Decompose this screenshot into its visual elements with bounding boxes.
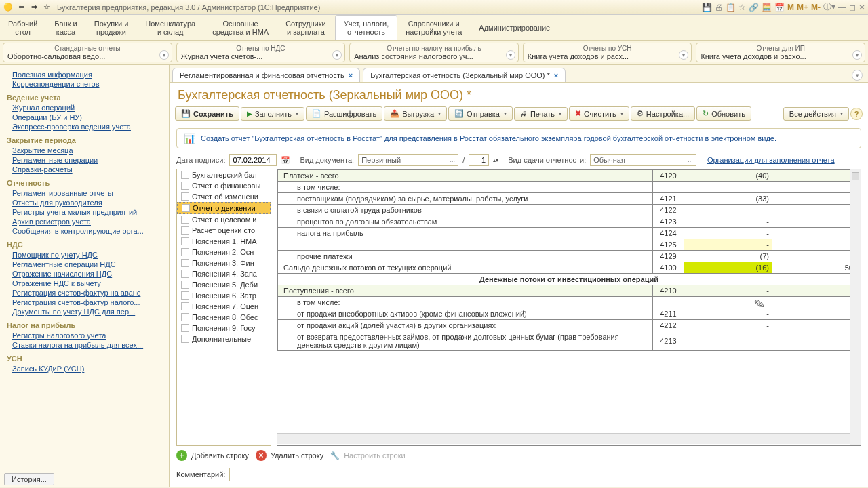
mminus-btn[interactable]: M-	[811, 3, 821, 12]
menu-nomenclature[interactable]: Номенклатура и склад	[137, 15, 204, 40]
sidebar-link[interactable]: Запись КУДиР (УСН)	[12, 365, 169, 373]
fwd-icon[interactable]: ➡	[28, 2, 39, 13]
table-row[interactable]: от продажи акций (долей участия) в други…	[278, 320, 861, 331]
table-row[interactable]: Платежи - всего4120(40)-	[278, 170, 861, 182]
tab-reglament[interactable]: Регламентированная и финансовая отчетнос…	[172, 68, 360, 82]
clear-button[interactable]: ✖ Очистить▾	[569, 106, 629, 121]
table-row[interactable]: налога на прибыль4124--	[278, 228, 861, 239]
chevron-down-icon[interactable]: ▾	[506, 50, 515, 60]
tree-item[interactable]: Бухгалтерский бал	[177, 169, 271, 180]
submit-select[interactable]: Обычная…	[590, 154, 696, 166]
link-icon[interactable]: 🔗	[749, 3, 759, 12]
back-icon[interactable]: ⬅	[16, 2, 26, 13]
configure-rows-button[interactable]: 🔧 Настроить строки	[330, 451, 406, 460]
tab-buh[interactable]: Бухгалтерская отчетность (Зеркальный мир…	[363, 68, 566, 82]
tree-item[interactable]: Дополнительные	[177, 333, 271, 344]
tree-item[interactable]: Пояснения 9. Госу	[177, 323, 271, 333]
tree-item[interactable]: Отчет о движении	[177, 202, 271, 214]
tab-menu-icon[interactable]: ▾	[852, 70, 863, 81]
menu-desktop[interactable]: Рабочий стол	[0, 15, 46, 40]
table-row[interactable]: поставщикам (подрядчикам) за сырье, мате…	[278, 193, 861, 205]
sidebar-link[interactable]: Архив регистров учета	[12, 218, 169, 226]
star-icon[interactable]: ☆	[41, 2, 52, 13]
calc-icon[interactable]: 🧮	[762, 3, 772, 12]
sidebar-link[interactable]: Полезная информация	[12, 70, 169, 79]
table-row[interactable]: Сальдо денежных потоков от текущих опера…	[278, 262, 861, 274]
spinner-icon[interactable]: ▴▾	[493, 157, 498, 163]
subgrp-nds[interactable]: Отчеты по НДСЖурнал учета счетов-...▾	[176, 43, 346, 62]
scrollbar[interactable]	[850, 169, 861, 445]
minimize-icon[interactable]: —	[838, 3, 846, 12]
data-grid[interactable]: Платежи - всего4120(40)-в том числе:пост…	[277, 169, 861, 446]
sidebar-link[interactable]: Помощник по учету НДС	[12, 251, 169, 259]
save-icon[interactable]: 💾	[702, 3, 712, 12]
subgrp-ip[interactable]: Отчеты для ИПКнига учета доходов и расхо…	[696, 43, 865, 62]
info-icon[interactable]: ⓘ▾	[823, 1, 835, 13]
sidebar-link[interactable]: Операции (БУ и НУ)	[12, 113, 169, 121]
create-report-link[interactable]: Создать отчет "Бухгалтерская отчетность …	[201, 134, 776, 142]
tree-item[interactable]: Пояснения 7. Оцен	[177, 301, 271, 312]
export-button[interactable]: 📤 Выгрузка▾	[384, 106, 447, 121]
table-row[interactable]: от продажи внеоборотных активов (кроме ф…	[278, 308, 861, 320]
sidebar-link[interactable]: Отчеты для руководителя	[12, 199, 169, 207]
sidebar-link[interactable]: Регистрация счетов-фактур на аванс	[12, 289, 169, 297]
menu-purchases[interactable]: Покупки и продажи	[86, 15, 138, 40]
maximize-icon[interactable]: ◻	[849, 3, 856, 12]
tree-item[interactable]: Пояснения 5. Деби	[177, 279, 271, 290]
table-row[interactable]: от возврата предоставленных займов, от п…	[278, 331, 861, 351]
decode-button[interactable]: 📄 Расшифровать	[306, 106, 382, 121]
table-row[interactable]: в том числе:	[278, 182, 861, 193]
tree-item[interactable]: Отчет о финансовы	[177, 180, 271, 191]
tree-item[interactable]: Отчет о целевом и	[177, 214, 271, 225]
menu-bank[interactable]: Банк и касса	[46, 15, 85, 40]
sidebar-link[interactable]: Отражение начисления НДС	[12, 270, 169, 278]
tree-item[interactable]: Пояснения 3. Фин	[177, 258, 271, 268]
help-icon[interactable]: ?	[850, 108, 863, 120]
chevron-down-icon[interactable]: ▾	[159, 50, 169, 60]
chevron-down-icon[interactable]: ▾	[852, 50, 862, 60]
history-button[interactable]: История...	[4, 473, 54, 485]
subgrp-standard[interactable]: Стандартные отчетыОборотно-сальдовая вед…	[3, 43, 172, 62]
table-row[interactable]: прочие платежи4129(7)-	[278, 251, 861, 262]
tree-item[interactable]: Пояснения 1. НМА	[177, 236, 271, 247]
subgrp-profit[interactable]: Отчеты по налогу на прибыльАнализ состоя…	[349, 43, 519, 62]
tree-item[interactable]: Отчет об изменени	[177, 191, 271, 202]
cal-icon[interactable]: 📅	[774, 3, 785, 12]
table-row[interactable]: 4125--	[278, 239, 861, 251]
sidebar-link[interactable]: Ставки налога на прибыль для всех...	[12, 341, 169, 349]
table-row[interactable]: процентов по долговым обязательствам4123…	[278, 216, 861, 228]
date-input[interactable]	[229, 154, 277, 166]
comment-input[interactable]	[229, 468, 861, 481]
sidebar-link[interactable]: Журнал операций	[12, 104, 169, 112]
table-row[interactable]: Поступления - всего4210--	[278, 285, 861, 297]
menu-tax[interactable]: Учет, налоги, отчетность	[335, 15, 397, 40]
menu-refs[interactable]: Справочники и настройки учета	[397, 15, 471, 40]
sidebar-link[interactable]: Сообщения в контролирующие орга...	[12, 227, 169, 235]
tree-item[interactable]: Пояснения 2. Осн	[177, 247, 271, 258]
calendar-icon[interactable]: 📅	[281, 156, 290, 165]
table-row[interactable]: в связи с оплатой труда работников4122--	[278, 205, 861, 216]
tree-item[interactable]: Пояснения 4. Запа	[177, 268, 271, 279]
delete-row-button[interactable]: ×Удалить строку	[256, 450, 323, 461]
menu-staff[interactable]: Сотрудники и зарплата	[277, 15, 335, 40]
settings-button[interactable]: ⚙ Настройка...	[631, 106, 695, 121]
menu-admin[interactable]: Администрирование	[471, 15, 559, 40]
sidebar-link[interactable]: Справки-расчеты	[12, 165, 169, 174]
kind-select[interactable]: Первичный…	[358, 154, 458, 166]
add-row-button[interactable]: +Добавить строку	[176, 450, 249, 461]
fav-icon[interactable]: ☆	[738, 3, 746, 12]
refresh-button[interactable]: ↻ Обновить	[696, 106, 751, 121]
table-row[interactable]: Денежные потоки от инвестиционных операц…	[278, 274, 861, 285]
sidebar-link[interactable]: Регистрация счетов-фактур налого...	[12, 298, 169, 306]
org-link[interactable]: Организации для заполнения отчета	[707, 156, 835, 164]
sidebar-link[interactable]: Экспресс-проверка ведения учета	[12, 123, 169, 131]
send-button[interactable]: 🔄 Отправка▾	[448, 106, 513, 121]
sidebar-link[interactable]: Корреспонденции счетов	[12, 80, 169, 88]
num-input[interactable]	[469, 154, 489, 166]
sidebar-link[interactable]: Регистры учета малых предприятий	[12, 208, 169, 216]
save-button[interactable]: 💾 Сохранить	[175, 106, 239, 121]
sidebar-link[interactable]: Регламентные операции НДС	[12, 260, 169, 268]
close-icon[interactable]: ×	[554, 71, 558, 79]
all-actions-button[interactable]: Все действия▾	[783, 107, 849, 121]
menu-assets[interactable]: Основные средства и НМА	[204, 15, 277, 40]
